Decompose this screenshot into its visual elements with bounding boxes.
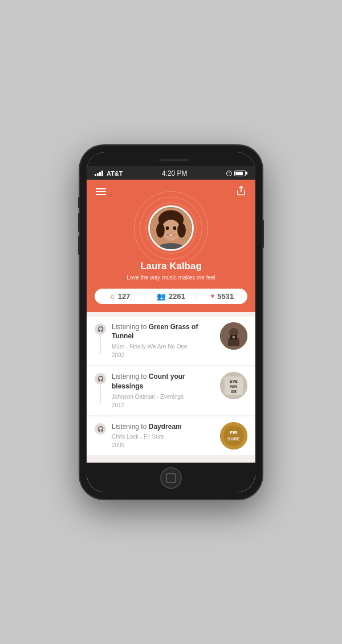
feed-title-3: Daydream xyxy=(149,423,182,431)
svg-point-6 xyxy=(166,226,169,229)
home-button-inner xyxy=(166,473,176,483)
stat-followers[interactable]: 👥 2261 xyxy=(146,292,197,301)
feed-text-2: Listening to Count your blessings xyxy=(112,372,214,391)
menu-button[interactable] xyxy=(96,188,106,195)
status-left: AT&T xyxy=(95,170,123,177)
feed-meta-2: Johnson Oatman - Evenings 2012 xyxy=(112,392,214,410)
thumb-image-1 xyxy=(220,322,247,350)
svg-point-13 xyxy=(233,335,235,338)
avatar-image xyxy=(150,207,192,249)
stats-bar: ♫ 127 👥 2261 ♥ 5531 xyxy=(95,289,247,304)
home-button[interactable] xyxy=(160,467,182,489)
app-area: Laura Kalbag Love the way music makes me… xyxy=(87,180,255,463)
clock-icon xyxy=(226,171,232,176)
profile-section: Laura Kalbag Love the way music makes me… xyxy=(87,180,255,312)
stat-music[interactable]: ♫ 127 xyxy=(95,292,146,301)
phone-device: AT&T 4:20 PM xyxy=(80,145,262,499)
feed-item-2[interactable]: 🎧 Listening to Count your blessings John… xyxy=(87,366,255,415)
share-icon xyxy=(236,185,246,196)
headphone-icon-2: 🎧 xyxy=(95,373,106,384)
feed-timeline-2: 🎧 xyxy=(95,372,106,403)
music-icon: ♫ xyxy=(109,292,115,301)
headphone-icon-1: 🎧 xyxy=(95,323,106,335)
stat-followers-value: 2261 xyxy=(169,292,185,301)
feed-item-1[interactable]: 🎧 Listening to Green Grass of Tunnel Múm… xyxy=(87,317,255,366)
status-right xyxy=(226,171,247,176)
phone-screen: AT&T 4:20 PM xyxy=(87,152,255,492)
feed-content-3: Listening to Daydream Chris Lock - Fir S… xyxy=(112,422,214,450)
avatar[interactable] xyxy=(148,205,194,251)
feed-line-2 xyxy=(100,386,101,403)
thumb-image-3: FIR SURE xyxy=(220,422,247,449)
avatar-container xyxy=(87,198,255,261)
svg-text:GS: GS xyxy=(231,390,237,394)
svg-point-20 xyxy=(223,426,244,446)
feed-line-1 xyxy=(100,337,101,354)
home-button-area xyxy=(87,463,255,492)
profile-bio: Love the way music makes me feel xyxy=(87,274,255,281)
activity-feed: 🎧 Listening to Green Grass of Tunnel Múm… xyxy=(87,312,255,463)
stat-likes[interactable]: ♥ 5531 xyxy=(197,292,247,301)
feed-meta-1: Múm - Finally We Are No One 2002 xyxy=(112,342,214,359)
phone-top xyxy=(87,152,255,166)
camera-dot xyxy=(153,159,157,162)
heart-icon: ♥ xyxy=(210,292,214,300)
feed-thumb-3: FIR SURE xyxy=(220,422,247,449)
headphone-icon-3: 🎧 xyxy=(95,423,106,435)
feed-content-2: Listening to Count your blessings Johnso… xyxy=(112,372,214,410)
svg-text:FIR: FIR xyxy=(230,430,238,435)
status-bar: AT&T 4:20 PM xyxy=(87,166,255,180)
svg-point-7 xyxy=(173,226,177,229)
share-button[interactable] xyxy=(236,185,246,198)
feed-timeline-1: 🎧 xyxy=(95,322,106,354)
stat-music-value: 127 xyxy=(118,292,131,301)
speaker-grille xyxy=(160,159,189,161)
svg-text:SURE: SURE xyxy=(227,436,241,442)
feed-thumb-1 xyxy=(220,322,247,350)
thumb-image-2: EVE NIN GS xyxy=(220,372,247,399)
carrier-label: AT&T xyxy=(107,170,123,177)
feed-text-1: Listening to Green Grass of Tunnel xyxy=(112,322,214,342)
time-label: 4:20 PM xyxy=(162,169,188,177)
svg-point-4 xyxy=(156,222,165,237)
feed-meta-3: Chris Lock - Fir Sure 2009 xyxy=(112,432,214,449)
signal-icon xyxy=(95,171,103,176)
feed-content-1: Listening to Green Grass of Tunnel Múm -… xyxy=(112,322,214,360)
feed-timeline-3: 🎧 xyxy=(95,422,106,435)
battery-icon xyxy=(234,171,247,176)
feed-text-3: Listening to Daydream xyxy=(112,422,214,432)
svg-rect-11 xyxy=(228,338,239,346)
feed-thumb-2: EVE NIN GS xyxy=(220,372,247,399)
svg-text:EVE: EVE xyxy=(230,379,238,383)
svg-point-5 xyxy=(177,222,186,237)
stat-likes-value: 5531 xyxy=(217,292,234,301)
svg-text:NIN: NIN xyxy=(230,384,237,388)
people-icon: 👥 xyxy=(157,292,166,301)
feed-item-3[interactable]: 🎧 Listening to Daydream Chris Lock - Fir… xyxy=(87,416,255,456)
